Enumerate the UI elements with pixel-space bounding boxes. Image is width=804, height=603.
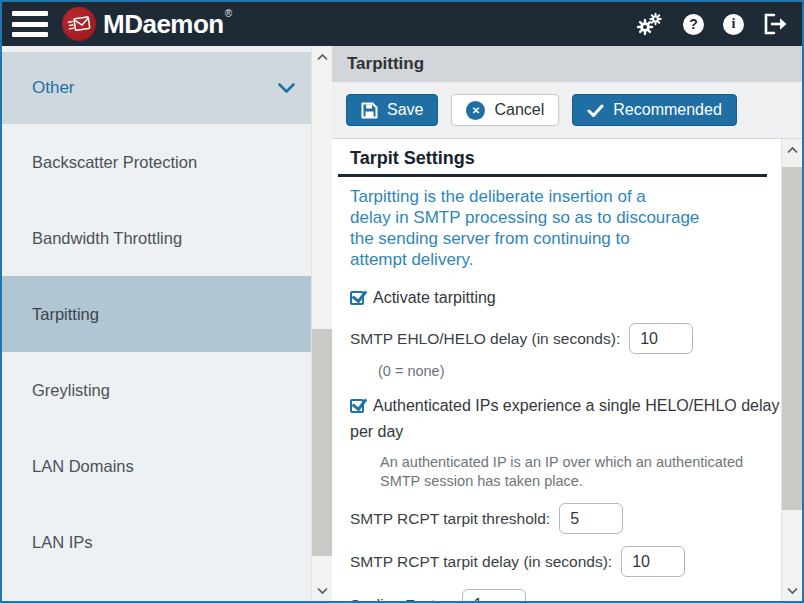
sidebar: Other Backscatter Protection Bandwidth T… [2,46,332,601]
main-panel: Tarpitting Save ✕ Cancel [332,46,802,601]
info-icon[interactable]: i [723,14,744,35]
menu-icon[interactable] [12,11,48,37]
rcpt-delay-row: SMTP RCPT tarpit delay (in seconds): [350,546,771,577]
section-heading: Tarpit Settings [338,145,767,177]
scroll-down-icon[interactable] [312,583,332,597]
scroll-down-icon[interactable] [782,583,802,597]
recommended-button[interactable]: Recommended [572,94,737,126]
sidebar-item-tarpitting[interactable]: Tarpitting [2,276,311,352]
save-icon [361,102,378,119]
scaling-factor-input[interactable] [462,589,526,603]
sidebar-item-bandwidth-throttling[interactable]: Bandwidth Throttling [2,200,311,276]
sidebar-scrollbar-thumb[interactable] [312,329,332,556]
auth-ips-note: An authenticated IP is an IP over which … [380,453,771,491]
sidebar-section-other[interactable]: Other [2,52,311,124]
tarpitting-description: Tarpitting is the deliberate insertion o… [350,186,771,270]
activate-tarpitting-checkbox[interactable] [350,291,364,305]
section-title: Tarpit Settings [350,148,767,169]
content-scrollbar[interactable] [781,139,802,601]
ehlo-delay-note: (0 = none) [378,363,771,379]
sidebar-item-greylisting[interactable]: Greylisting [2,352,311,428]
activate-tarpitting-row[interactable]: Activate tarpitting [350,285,771,311]
auth-ips-checkbox[interactable] [350,399,364,413]
scroll-up-icon[interactable] [312,50,332,64]
page-header: Tarpitting [332,46,802,82]
content-scrollbar-thumb[interactable] [782,167,802,510]
page-title: Tarpitting [347,54,424,74]
chevron-down-icon [278,83,295,94]
sidebar-scrollbar[interactable] [311,46,332,601]
sidebar-item-lan-ips[interactable]: LAN IPs [2,504,311,580]
rcpt-delay-label: SMTP RCPT tarpit delay (in seconds): [350,553,612,571]
topbar: MDaemon® [2,2,802,46]
sidebar-item-backscatter-protection[interactable]: Backscatter Protection [2,124,311,200]
scroll-up-icon[interactable] [782,143,802,157]
save-button[interactable]: Save [346,94,438,126]
sidebar-section-label: Other [32,78,75,98]
rcpt-threshold-input[interactable] [559,503,623,534]
rcpt-delay-input[interactable] [621,546,685,577]
brand: MDaemon® [62,7,232,41]
ehlo-delay-label: SMTP EHLO/HELO delay (in seconds): [350,330,620,348]
ehlo-delay-row: SMTP EHLO/HELO delay (in seconds): [350,323,771,354]
settings-form: Tarpit Settings Tarpitting is the delibe… [332,139,781,601]
auth-ips-row[interactable]: Authenticated IPs experience a single HE… [350,393,804,445]
help-icon[interactable]: ? [683,14,704,35]
rcpt-threshold-row: SMTP RCPT tarpit threshold: [350,503,771,534]
scaling-factor-row: Scaling Factor: [350,589,771,603]
check-icon [587,103,604,118]
toolbar: Save ✕ Cancel Recommended [332,82,802,138]
sidebar-item-lan-domains[interactable]: LAN Domains [2,428,311,504]
mdaemon-logo-icon [62,7,96,41]
app-window: MDaemon® [2,2,802,601]
scaling-factor-label: Scaling Factor: [350,596,453,603]
cancel-button[interactable]: ✕ Cancel [451,94,559,126]
gears-icon[interactable] [636,12,664,36]
brand-name: MDaemon® [103,9,232,40]
cancel-x-icon: ✕ [466,101,485,120]
logout-icon[interactable] [763,13,788,35]
ehlo-delay-input[interactable] [629,323,693,354]
rcpt-threshold-label: SMTP RCPT tarpit threshold: [350,510,550,528]
